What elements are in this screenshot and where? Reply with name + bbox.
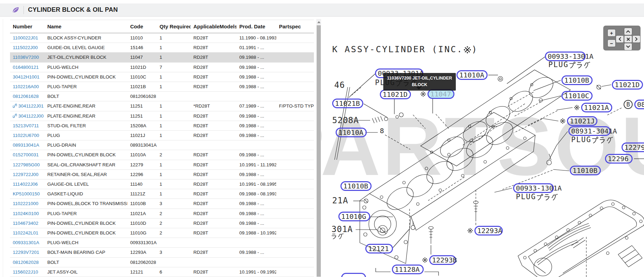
table-row[interactable]: 11036V7200JET-OIL,CYLINDER BLOCK110471RD… bbox=[10, 53, 314, 62]
part-number-link[interactable]: 009331301A bbox=[13, 240, 39, 245]
table-row[interactable]: 3041122J01PLATE-ENGINE,REAR112511*RD28T0… bbox=[10, 101, 314, 111]
part-number-link[interactable]: 1100022J01 bbox=[13, 35, 38, 40]
diagram-part-label[interactable] bbox=[341, 273, 366, 277]
part-label-oval: 12279 bbox=[622, 142, 644, 152]
diagram-part-label[interactable]: 11010A bbox=[336, 128, 367, 137]
table-row[interactable]: 1102216A00PLUG-TAPER11021B1RD28T09.1988 … bbox=[10, 82, 314, 92]
diagram-part-label[interactable]: 11010G bbox=[338, 212, 370, 221]
table-row[interactable]: 0812061628BOLT0812061628 bbox=[10, 92, 314, 101]
reference-mark-icon bbox=[420, 91, 426, 97]
part-number-link[interactable]: 1156022J10 bbox=[13, 269, 38, 275]
table-row[interactable]: 009331301APLUG-WELCH009331301A bbox=[10, 238, 314, 248]
part-number-link[interactable]: 1104673402 bbox=[13, 221, 38, 226]
table-row[interactable]: 15213V0711STUD-OIL FILTER15208A1RD28T09.… bbox=[10, 121, 314, 130]
part-number-link[interactable]: 0164800121 bbox=[13, 65, 39, 70]
models-cell: RD28T bbox=[191, 131, 237, 140]
diagram-part-label[interactable]: 11128A bbox=[392, 265, 424, 274]
pan-down-button[interactable] bbox=[624, 43, 632, 50]
code-cell: 11047 bbox=[127, 53, 157, 62]
pan-up-button[interactable] bbox=[624, 28, 632, 35]
diagram-part-label[interactable]: 12279 bbox=[622, 142, 644, 152]
diagram-part-label[interactable]: 08931-3041A bbox=[568, 126, 611, 136]
scrollbar-up-arrow-icon[interactable] bbox=[316, 19, 321, 25]
qty-cell bbox=[157, 92, 191, 101]
part-number-link[interactable]: 1102242L01 bbox=[13, 230, 38, 236]
diagram-part-label[interactable]: 11010B bbox=[561, 75, 593, 85]
part-number-link[interactable]: KP51000150 bbox=[13, 191, 40, 196]
part-number-link[interactable]: 1229722J00 bbox=[13, 172, 38, 177]
part-number-link[interactable]: 1102216A00 bbox=[13, 84, 39, 89]
diagram-part-label[interactable]: 11010B bbox=[340, 181, 372, 191]
part-number-link[interactable]: 0812062028 bbox=[13, 260, 39, 265]
diagram-part-label[interactable]: 11010C bbox=[561, 91, 593, 101]
table-row[interactable]: 1102242L01PIN-DOWEL,CYLINDER BLOCK11010G… bbox=[10, 228, 314, 238]
table-row[interactable]: 30412H1001PIN-DOWEL,CYLINDER BLOCK11010C… bbox=[10, 72, 314, 82]
table-row[interactable]: KP51000150GASKET-LIQUID11121Z1RD28T09.19… bbox=[10, 189, 314, 199]
part-number-cell: 11036V7200 bbox=[10, 53, 45, 62]
part-number-link[interactable]: 1115022J00 bbox=[13, 45, 38, 50]
part-number-link[interactable]: 1102221000 bbox=[13, 201, 38, 206]
table-row[interactable]: 1104673402PIN-DOWEL,CYLINDER BLOCK11010D… bbox=[10, 218, 314, 228]
diagram-part-label[interactable]: 12293A bbox=[467, 226, 503, 236]
table-row[interactable]: 0152700031PIN-DOWEL,CYLINDER BLOCK11010A… bbox=[10, 150, 314, 160]
part-label-oval: 00933-1301A bbox=[545, 52, 586, 61]
diagram-part-label[interactable]: 12121 bbox=[365, 244, 393, 253]
diagram-part-label[interactable]: 11047 bbox=[420, 89, 454, 99]
close-icon bbox=[626, 37, 630, 41]
diagram-part-label[interactable]: B081206 bbox=[624, 100, 644, 109]
pan-right-button[interactable] bbox=[632, 35, 641, 43]
table-row[interactable]: 1115022J00GUIDE-OIL LEVEL GAUGE151461RD2… bbox=[10, 43, 314, 53]
diagram-part-label[interactable]: 11021J bbox=[559, 116, 597, 126]
reset-view-button[interactable] bbox=[624, 35, 632, 43]
part-number-link[interactable]: 15213V0711 bbox=[13, 123, 39, 128]
part-number-link[interactable]: 12293V7201 bbox=[13, 250, 39, 255]
part-number-link[interactable]: 11036V7200 bbox=[13, 55, 39, 60]
diagram-part-label[interactable]: 11021A bbox=[574, 103, 612, 112]
part-number-link[interactable]: 0152700031 bbox=[13, 152, 39, 157]
diagram-part-label[interactable]: 00933-1301A bbox=[545, 52, 586, 61]
partspec-cell bbox=[276, 131, 314, 140]
partspec-cell bbox=[276, 140, 314, 150]
diagram-part-label[interactable]: 00933-1301A bbox=[513, 183, 554, 193]
code-cell: 11010C bbox=[127, 72, 157, 82]
diagram-part-label[interactable]: 11010B bbox=[570, 166, 601, 175]
part-name-cell: RETAINER-OIL SEAL,REAR bbox=[45, 169, 127, 179]
pan-left-button[interactable] bbox=[616, 35, 624, 43]
zoom-out-button[interactable]: − bbox=[607, 39, 616, 47]
table-row[interactable]: 0164800121PLUG-WELCH11021D7RD28T09.1988 … bbox=[10, 62, 314, 72]
models-cell: RD28T bbox=[191, 72, 237, 82]
code-cell: 0812062028 bbox=[127, 257, 157, 267]
diagram-part-label[interactable]: 11021D bbox=[380, 90, 411, 99]
scrollbar-thumb[interactable] bbox=[317, 25, 321, 277]
part-number-link[interactable]: 11024K0100 bbox=[13, 211, 39, 216]
part-number-link[interactable]: 11022U6700 bbox=[13, 133, 39, 138]
part-number-link[interactable]: 0812061628 bbox=[13, 94, 39, 99]
part-number-link[interactable]: 089313041A bbox=[13, 142, 39, 148]
table-row[interactable]: 1229722J00RETAINER-OIL SEAL,REAR122961RD… bbox=[10, 169, 314, 179]
table-scrollbar[interactable] bbox=[316, 19, 321, 277]
part-number-link[interactable]: 30412H1001 bbox=[13, 74, 39, 80]
code-cell: 15146 bbox=[127, 43, 157, 53]
diagram-part-label[interactable]: 11021D bbox=[612, 80, 643, 90]
table-row[interactable]: 0812062028BOLT0812062028 bbox=[10, 257, 314, 267]
table-row[interactable]: 11022U6700PLUG11021J1RD28T09.1988 - ... bbox=[10, 131, 314, 140]
table-row[interactable]: 089313041APLUG-DRAIN089313041A bbox=[10, 140, 314, 150]
table-row[interactable]: 1100022J01BLOCK ASSY-CYLINDER110101RD28T… bbox=[10, 33, 314, 43]
diagram-part-label[interactable]: 11021B bbox=[332, 99, 363, 108]
part-number-link[interactable]: 1114022J06 bbox=[13, 182, 38, 187]
diagram-part-label[interactable]: 12296 bbox=[605, 154, 633, 164]
table-row[interactable]: 1102221000PIN-DOWEL,BLOCK TO TRANSMISSIO… bbox=[10, 199, 314, 209]
part-number-link[interactable]: 1227985G00 bbox=[13, 162, 40, 167]
table-row[interactable]: 1114022J06GAUGE-OIL LEVEL111401RD28T10.1… bbox=[10, 179, 314, 189]
part-number-link[interactable]: 3041122J01 bbox=[18, 103, 44, 109]
table-row[interactable]: 3041122J00PLATE-ENGINE,REAR112511RD28T09… bbox=[10, 111, 314, 121]
table-row[interactable]: 12293V7201BOLT-MAIN BEARING CAP12293A3RD… bbox=[10, 248, 314, 257]
table-row[interactable]: 11024K0100PLUG-TAPER11021A2RD28T09.1988 … bbox=[10, 209, 314, 218]
table-row[interactable]: 1227985G00SEAL-OIL,CRANKSHAFT REAR122791… bbox=[10, 160, 314, 169]
diagram-part-label[interactable]: 11010A bbox=[456, 70, 488, 80]
diagram-part-label[interactable]: 12293B bbox=[422, 255, 456, 265]
table-row[interactable]: 1156022J10JET ASSY-OIL121216RD28T10.1991… bbox=[10, 267, 314, 277]
part-number-link[interactable]: 3041122J00 bbox=[18, 113, 44, 119]
parts-table: NumberNameCodeQty RequiredApplicableMode… bbox=[10, 20, 314, 277]
zoom-in-button[interactable]: + bbox=[607, 29, 616, 37]
